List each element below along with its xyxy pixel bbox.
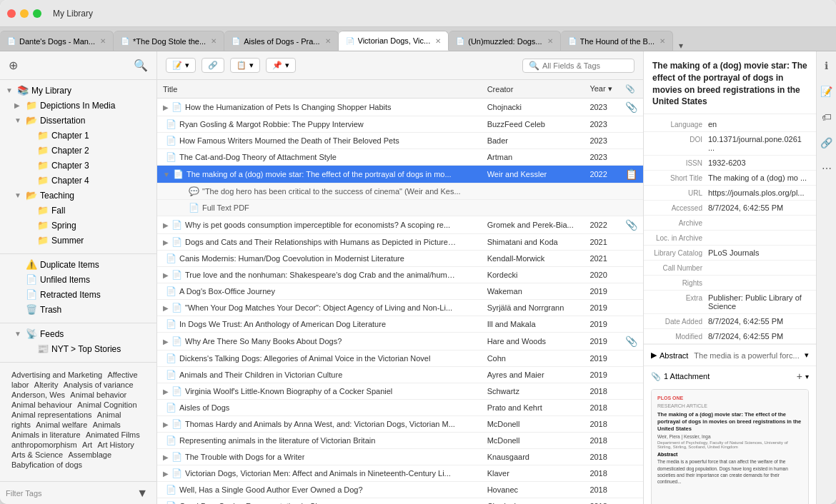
info-icon-btn[interactable]: ℹ: [822, 57, 831, 74]
sidebar-item-chapter3[interactable]: 📁 Chapter 3: [0, 158, 156, 173]
table-row[interactable]: ▶ 📄 Dogs and Cats and Their Relationship…: [157, 234, 643, 251]
tag-babyfication[interactable]: Babyfication of dogs: [11, 460, 82, 469]
table-row[interactable]: ▶ 📄 How the Humanization of Pets Is Chan…: [157, 99, 643, 116]
sidebar-item-unfiled[interactable]: 📄 Unfiled Items: [0, 272, 156, 287]
extra-side-btn[interactable]: ⋯: [819, 160, 835, 177]
row-expand-icon[interactable]: ▶: [163, 338, 169, 346]
abstract-header[interactable]: ▶ Abstract The media is a powerful forc.…: [651, 351, 809, 360]
tab-unmuzzled[interactable]: 📄 (Un)muzzled: Dogs... ✕: [449, 31, 560, 51]
tab-dogstole[interactable]: 📄 *The Dog Stole the... ✕: [114, 31, 224, 51]
close-button[interactable]: [7, 9, 16, 18]
sidebar-item-trash[interactable]: 🗑️ Trash: [0, 302, 156, 317]
tab-dante[interactable]: 📄 Dante's Dogs - Man... ✕: [0, 31, 114, 51]
table-row[interactable]: ▼ 📄 The making of a (dog) movie star: Th…: [157, 166, 643, 183]
field-value[interactable]: 8/7/2024, 6:42:55 PM: [708, 203, 809, 212]
table-row[interactable]: 📄 Dickens's Talking Dogs: Allegories of …: [157, 351, 643, 367]
row-expand-icon[interactable]: ▶: [163, 420, 169, 428]
tag-artsscience[interactable]: Arts & Science: [11, 450, 63, 459]
field-value[interactable]: PLoS Journals: [708, 248, 809, 257]
field-value[interactable]: en: [708, 120, 809, 128]
tag-inliterature[interactable]: Animals in literature: [11, 430, 81, 439]
field-value[interactable]: https://journals.plos.org/pl...: [708, 188, 809, 197]
sidebar-item-spring[interactable]: 📁 Spring: [0, 218, 156, 233]
minimize-button[interactable]: [20, 9, 29, 18]
row-expand-icon[interactable]: ▶: [163, 221, 169, 229]
sidebar-item-nyt[interactable]: 📰 NYT > Top Stories: [0, 341, 156, 356]
field-value[interactable]: 8/7/2024, 6:42:55 PM: [708, 332, 809, 341]
note-side-btn[interactable]: 📝: [817, 83, 835, 100]
sidebar-item-retracted[interactable]: 📄 Retracted Items: [0, 287, 156, 302]
table-row[interactable]: 📄 The Cat-and-Dog Theory of Attachment S…: [157, 149, 643, 166]
sidebar-item-chapter4[interactable]: 📁 Chapter 4: [0, 173, 156, 188]
row-expand-icon[interactable]: ▼: [163, 171, 170, 178]
tab-close-dogstole[interactable]: ✕: [211, 37, 217, 45]
filter-tags-btn[interactable]: ▼: [134, 484, 151, 503]
row-expand-icon[interactable]: ▶: [163, 271, 169, 279]
tag-behavior[interactable]: Animal behavior: [70, 390, 126, 399]
tag-anthropo[interactable]: anthropomorphism: [11, 440, 77, 449]
tag-animals[interactable]: Animals: [93, 420, 121, 429]
table-row[interactable]: ▶ 📄 Victorian Dogs, Victorian Men: Affec…: [157, 465, 643, 482]
tab-victorian[interactable]: 📄 Victorian Dogs, Vic... ✕: [339, 31, 449, 51]
row-expand-icon[interactable]: ▶: [163, 470, 169, 478]
attachment-thumbnail[interactable]: PLOS ONE RESEARCH ARTICLE The making of …: [651, 389, 809, 504]
sidebar-item-duplicate[interactable]: ⚠️ Duplicate Items: [0, 257, 156, 272]
tag-cognition[interactable]: Animal Cognition: [77, 400, 136, 409]
tabs-overflow-btn[interactable]: ▾: [673, 41, 689, 51]
table-row[interactable]: 💬 "The dog hero has been critical to the…: [157, 183, 643, 200]
field-value[interactable]: 10.1371/journal.pone.0261 ...: [708, 135, 809, 152]
field-value[interactable]: Publisher: Public Library of Science: [708, 293, 809, 311]
sidebar-item-feeds[interactable]: ▼ 📡 Feeds: [0, 326, 156, 341]
related-side-btn[interactable]: 🔗: [817, 134, 835, 151]
table-row[interactable]: 📄 How Famous Writers Mourned the Death o…: [157, 133, 643, 149]
col-creator[interactable]: Creator: [482, 80, 584, 99]
table-row[interactable]: ▶ 📄 Virginia Woolf's Little-Known Biogra…: [157, 383, 643, 400]
tab-close-victorian[interactable]: ✕: [435, 37, 441, 45]
tag-side-btn[interactable]: 🏷: [819, 109, 835, 126]
tag-welfare[interactable]: Animal welfare: [36, 420, 87, 429]
table-row[interactable]: 📄 Well, Has a Single Good Author Ever Ow…: [157, 482, 643, 498]
col-title[interactable]: Title: [157, 80, 482, 99]
sidebar-item-chapter1[interactable]: 📁 Chapter 1: [0, 128, 156, 143]
tag-representations[interactable]: Animal representations: [11, 410, 92, 419]
table-row[interactable]: ▶ 📄 Why Are There So Many Books About Do…: [157, 333, 643, 351]
table-row[interactable]: 📄 Animals and Their Children in Victoria…: [157, 367, 643, 383]
field-value[interactable]: 8/7/2024, 6:42:55 PM: [708, 317, 809, 326]
note-btn[interactable]: 📌 ▾: [266, 58, 296, 73]
tab-aisles[interactable]: 📄 Aisles of Dogs - Pra... ✕: [224, 31, 338, 51]
tab-hound[interactable]: 📄 The Hound of the B... ✕: [561, 31, 674, 51]
sidebar-item-mylibrary[interactable]: ▼ 📚 My Library: [0, 83, 156, 98]
table-row[interactable]: 📄 Good Boy: Canine Representation in Cin…: [157, 498, 643, 505]
row-expand-icon[interactable]: ▶: [163, 388, 169, 395]
tag-advertising[interactable]: Advertising and Marketing: [11, 371, 102, 379]
tag-alterity[interactable]: Alterity: [34, 380, 59, 389]
table-row[interactable]: ▶ 📄 "When Your Dog Matches Your Decor": …: [157, 300, 643, 316]
tab-close-aisles[interactable]: ✕: [325, 37, 331, 45]
add-item-btn[interactable]: 🔗: [201, 58, 224, 73]
row-expand-icon[interactable]: ▶: [163, 104, 169, 111]
tab-close-unmuzzled[interactable]: ✕: [547, 37, 553, 45]
maximize-button[interactable]: [33, 9, 41, 18]
collect-btn[interactable]: 📋 ▾: [230, 58, 260, 73]
sidebar-item-chapter2[interactable]: 📁 Chapter 2: [0, 143, 156, 158]
table-row[interactable]: 📄 Ryan Gosling & Margot Robbie: The Pupp…: [157, 116, 643, 133]
table-row[interactable]: ▶ 📄 True love and the nonhuman: Shakespe…: [157, 267, 643, 283]
sidebar-item-teaching[interactable]: ▼ 📂 Teaching: [0, 188, 156, 203]
tag-anderson[interactable]: Anderson, Wes: [11, 390, 65, 399]
sidebar-item-dissertation[interactable]: ▼ 📂 Dissertation: [0, 113, 156, 128]
col-year[interactable]: Year ▾: [584, 80, 619, 99]
tag-art[interactable]: Art: [82, 440, 92, 449]
table-row[interactable]: 📄 Aisles of Dogs Prato and Kehrt 2018: [157, 400, 643, 416]
table-row[interactable]: 📄 Canis Modernis: Human/Dog Coevolution …: [157, 251, 643, 267]
tag-behaviour[interactable]: Animal behaviour: [11, 400, 72, 409]
row-expand-icon[interactable]: ▶: [163, 304, 169, 312]
sidebar-item-depictions[interactable]: ▶ 📁 Depictions In Media: [0, 98, 156, 113]
sidebar-search-btn[interactable]: 🔍: [131, 56, 151, 75]
table-row[interactable]: 📄 In Dogs We Trust: An Anthology of Amer…: [157, 316, 643, 333]
new-item-btn[interactable]: 📝 ▾: [166, 58, 196, 73]
tag-animated[interactable]: Animated Films: [86, 430, 140, 439]
table-row[interactable]: 📄 Representing animals in the literature…: [157, 433, 643, 449]
attachment-expand-icon[interactable]: ▾: [805, 373, 809, 380]
field-value[interactable]: The making of a (dog) mo ...: [708, 173, 809, 182]
new-library-btn[interactable]: ⊕: [6, 56, 21, 75]
